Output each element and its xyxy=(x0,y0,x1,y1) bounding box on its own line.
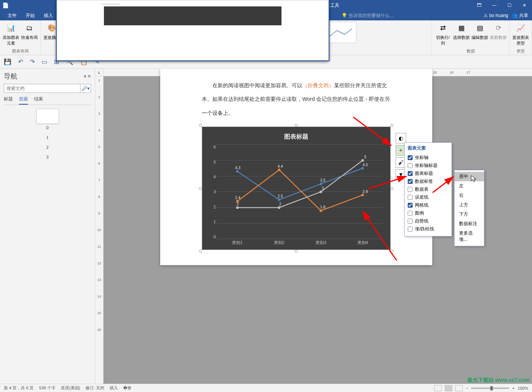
submenu-item-左[interactable]: 左 xyxy=(455,181,484,191)
chart-style-9[interactable] xyxy=(325,22,356,43)
edit-data-button[interactable]: ▤编辑数据 xyxy=(471,22,489,40)
nav-tab-results[interactable]: 结果 xyxy=(34,96,43,105)
ribbon-options-icon[interactable]: 🗖 xyxy=(472,0,487,11)
add-chart-element-button[interactable]: 📊 添加图表元素 xyxy=(2,22,20,46)
chart-element-checkbox-9[interactable] xyxy=(408,227,413,231)
thumb-label-0: 0 xyxy=(36,125,59,130)
chart-element-1[interactable]: 坐标轴标题 xyxy=(408,162,448,170)
submenu-arrow-icon: ▶ xyxy=(445,179,448,184)
maximize-button[interactable]: ☐ xyxy=(502,0,517,11)
tab-file[interactable]: 文件 xyxy=(3,11,21,20)
svg-point-10 xyxy=(320,191,322,193)
chart-element-7[interactable]: 图例 xyxy=(408,209,448,217)
change-chart-type-button[interactable]: 📈更改图表类型 xyxy=(512,22,529,46)
chart-element-checkbox-0[interactable] xyxy=(408,155,413,160)
qat-btn-4[interactable]: ▭ xyxy=(42,58,47,65)
submenu-item-下方[interactable]: 下方 xyxy=(455,210,484,219)
select-data-button[interactable]: ▦选择数据 xyxy=(453,22,470,40)
share-button[interactable]: 👥 共享 xyxy=(512,12,528,19)
submenu-item-居中[interactable]: 居中 xyxy=(455,172,484,181)
chart-element-4[interactable]: 数据表 xyxy=(408,185,448,193)
status-track[interactable]: 修订: 关闭 xyxy=(85,385,104,391)
svg-point-1 xyxy=(278,199,280,201)
colors-icon: 🎨 xyxy=(46,22,58,34)
group-chart-layout: 📊 添加图表元素 🗂 快速布局 图表布局 xyxy=(0,20,41,55)
group-data: ⇄切换行/列 ▦选择数据 ▤编辑数据 ⟳刷新数据 数据 xyxy=(432,20,510,55)
tab-insert[interactable]: 插入 xyxy=(39,11,57,20)
search-icon[interactable]: 🔎▾ xyxy=(80,84,91,93)
group-label-type: 类型 xyxy=(512,48,529,54)
chart-element-6[interactable]: 网格线 xyxy=(408,201,448,209)
page-thumb-0[interactable] xyxy=(36,109,59,124)
chart-element-3[interactable]: 数据标签▶ xyxy=(408,177,448,185)
tell-me-input[interactable]: 💡 告诉我您想要做什么... xyxy=(342,11,393,20)
chart-element-checkbox-8[interactable] xyxy=(408,219,413,224)
chart-object[interactable]: 图表标题 0123456 4.32.53.54.52.44.41.82.8223… xyxy=(202,127,391,250)
svg-point-0 xyxy=(236,170,239,173)
save-button[interactable]: 💾 xyxy=(4,58,11,65)
chart-element-checkbox-7[interactable] xyxy=(408,211,413,216)
chart-element-0[interactable]: 坐标轴 xyxy=(408,154,448,162)
svg-point-8 xyxy=(236,206,239,209)
status-language[interactable]: 英语(美国) xyxy=(61,385,80,391)
x-axis: 类别1类别2类别3类别4 xyxy=(217,240,384,247)
nav-tab-pages[interactable]: 页面 xyxy=(19,96,28,105)
svg-point-9 xyxy=(278,206,280,209)
popup-title: 图表元素 xyxy=(408,145,448,151)
refresh-data-button[interactable]: ⟳刷新数据 xyxy=(490,22,507,40)
svg-point-7 xyxy=(361,194,364,196)
chart-element-8[interactable]: 趋势线 xyxy=(408,217,448,225)
zoom-in-button[interactable]: + xyxy=(512,386,514,390)
status-insert[interactable]: 插入 xyxy=(110,385,118,391)
zoom-slider[interactable] xyxy=(471,387,509,389)
chart-element-checkbox-2[interactable] xyxy=(408,171,413,176)
user-name[interactable]: ⚠ bo huang xyxy=(484,13,508,18)
zoom-out-button[interactable]: − xyxy=(466,386,468,390)
svg-point-2 xyxy=(320,183,322,185)
chart-element-checkbox-4[interactable] xyxy=(408,187,413,192)
fold-link: （折叠文档） xyxy=(302,82,334,88)
tab-home[interactable]: 开始 xyxy=(21,11,39,20)
close-button[interactable]: ✕ xyxy=(517,0,532,11)
chart-element-checkbox-3[interactable] xyxy=(408,179,413,184)
chart-element-checkbox-6[interactable] xyxy=(408,203,413,208)
quick-layout-button[interactable]: 🗂 快速布局 xyxy=(21,22,38,40)
chart-element-2[interactable]: 图表标题 xyxy=(408,170,448,177)
chart-elements-popup: 图表元素 坐标轴坐标轴标题图表标题数据标签▶数据表误差线网格线图例趋势线涨/跌柱… xyxy=(404,142,452,236)
switch-row-col-button[interactable]: ⇄切换行/列 xyxy=(434,22,452,46)
nav-close-button[interactable]: ▾ ✕ xyxy=(84,74,91,79)
chart-element-checkbox-1[interactable] xyxy=(408,163,413,168)
zoom-level[interactable]: 100% xyxy=(518,386,528,390)
nav-tab-headings[interactable]: 标题 xyxy=(4,96,13,105)
search-input[interactable] xyxy=(4,84,80,93)
chart-element-label-9: 涨/跌柱线 xyxy=(415,226,434,232)
chart-element-label-3: 数据标签 xyxy=(415,178,433,185)
status-page[interactable]: 第 4 页，共 6 页 xyxy=(4,385,34,391)
view-web-button[interactable] xyxy=(455,385,463,391)
chart-element-9[interactable]: 涨/跌柱线 xyxy=(408,225,448,233)
view-read-button[interactable] xyxy=(434,385,442,391)
chart-element-label-6: 网格线 xyxy=(415,202,428,208)
nav-search[interactable]: 🔎▾ xyxy=(4,84,91,93)
submenu-item-数据标注[interactable]: 数据标注 xyxy=(455,219,484,228)
submenu-item-上方[interactable]: 上方 xyxy=(455,200,484,210)
chart-element-label-5: 误差线 xyxy=(415,194,428,201)
chart-element-checkbox-5[interactable] xyxy=(408,195,413,200)
layout-options-button[interactable]: ◐ xyxy=(396,133,406,144)
refresh-icon: ⟳ xyxy=(492,22,504,34)
chart-element-5[interactable]: 误差线 xyxy=(408,193,448,201)
chart-title[interactable]: 图表标题 xyxy=(209,133,384,141)
view-print-button[interactable] xyxy=(445,385,452,391)
status-words[interactable]: 538 个字 xyxy=(39,385,55,391)
minimize-button[interactable]: — xyxy=(487,0,502,11)
thumb-label-1: 1 xyxy=(46,135,48,140)
undo-button[interactable]: ↶ xyxy=(18,58,23,65)
svg-point-5 xyxy=(278,168,280,171)
submenu-item-右[interactable]: 右 xyxy=(455,191,484,200)
thumbnail-list: 0 标题 1 第一章 标题文本文本文本文本文本文本文本文本文本文本文本文本文本文… xyxy=(4,109,91,159)
quick-layout-icon: 🗂 xyxy=(23,22,36,34)
chart-plot-area[interactable]: 0123456 4.32.53.54.52.44.41.82.82235 类别1… xyxy=(217,145,384,247)
redo-button[interactable]: ↷ xyxy=(30,58,35,65)
submenu-item-更多选项...[interactable]: 更多选项... xyxy=(455,228,484,244)
document-page[interactable]: 在新的阅读视图中阅读更加容易。可以（折叠文档）某些部分并关注所需文本。如果在达到… xyxy=(160,69,432,265)
